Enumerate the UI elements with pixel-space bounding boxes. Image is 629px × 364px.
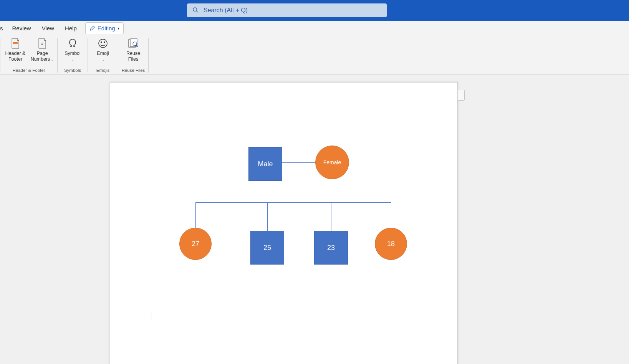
shape-child-18[interactable]: 18 [375, 228, 407, 260]
ribbon-content: Header & Footer # Page Numbers⌄ Header &… [0, 35, 629, 74]
editing-mode-button[interactable]: Editing ▾ [85, 22, 124, 34]
connector-line [299, 162, 299, 202]
chevron-down-icon: ⌄ [51, 58, 54, 61]
emoji-button[interactable]: Emoji ⌄ [90, 36, 116, 62]
search-box[interactable]: Search (Alt + Q) [187, 3, 387, 17]
group-label-symbols: Symbols [60, 68, 85, 73]
svg-line-1 [196, 11, 198, 12]
shape-child-25[interactable]: 25 [250, 231, 284, 265]
group-separator [148, 38, 149, 73]
pencil-icon [89, 25, 95, 31]
connector-line [391, 202, 391, 228]
search-icon [192, 7, 198, 14]
group-header-footer: Header & Footer # Page Numbers⌄ Header &… [0, 35, 57, 74]
tab-help[interactable]: Help [60, 22, 82, 35]
tab-partial[interactable]: s [0, 22, 7, 35]
group-label-header-footer: Header & Footer [3, 68, 55, 73]
text-cursor [152, 311, 152, 319]
svg-point-0 [193, 8, 197, 11]
group-symbols: Symbol ⌄ Symbols [58, 35, 88, 74]
chevron-down-icon: ⌄ [102, 58, 105, 61]
shape-child-27[interactable]: 27 [179, 228, 212, 260]
group-label-reuse-files: Reuse Files [121, 68, 146, 73]
group-label-emojis: Emojis [90, 68, 116, 73]
chevron-down-icon: ⌄ [71, 58, 74, 61]
document-page[interactable]: Male Female 27 25 23 18 [110, 82, 458, 364]
shape-female[interactable]: Female [315, 146, 349, 179]
svg-point-4 [99, 39, 107, 48]
smiley-icon [98, 37, 108, 50]
search-placeholder: Search (Alt + Q) [204, 7, 248, 14]
document-area: Male Female 27 25 23 18 [0, 74, 629, 364]
omega-icon [67, 37, 78, 50]
header-footer-icon [10, 37, 20, 50]
svg-point-5 [101, 42, 102, 43]
svg-text:#: # [41, 42, 43, 46]
header-footer-button[interactable]: Header & Footer [3, 36, 28, 62]
connector-line [267, 202, 268, 231]
shape-child-23[interactable]: 23 [314, 231, 348, 265]
tab-review[interactable]: Review [7, 22, 36, 35]
page-side-tab[interactable] [458, 90, 465, 101]
shape-male[interactable]: Male [248, 147, 282, 181]
title-bar: Search (Alt + Q) [0, 0, 629, 21]
ribbon-tabs: s Review View Help Editing ▾ [0, 21, 629, 35]
editing-label: Editing [98, 25, 115, 31]
connector-line [331, 202, 331, 231]
tab-view[interactable]: View [36, 22, 60, 35]
chevron-down-icon: ▾ [118, 26, 119, 30]
reuse-files-button[interactable]: Reuse Files [121, 36, 146, 62]
page-numbers-button[interactable]: # Page Numbers⌄ [30, 36, 55, 62]
group-reuse-files: Reuse Files Reuse Files [118, 35, 148, 74]
group-emojis: Emoji ⌄ Emojis [88, 35, 118, 74]
connector-line [195, 202, 391, 203]
svg-rect-2 [13, 42, 18, 44]
reuse-files-icon [127, 37, 139, 50]
symbol-button[interactable]: Symbol ⌄ [60, 36, 85, 62]
svg-point-6 [104, 42, 105, 43]
connector-line [195, 202, 196, 228]
page-numbers-icon: # [37, 37, 47, 50]
